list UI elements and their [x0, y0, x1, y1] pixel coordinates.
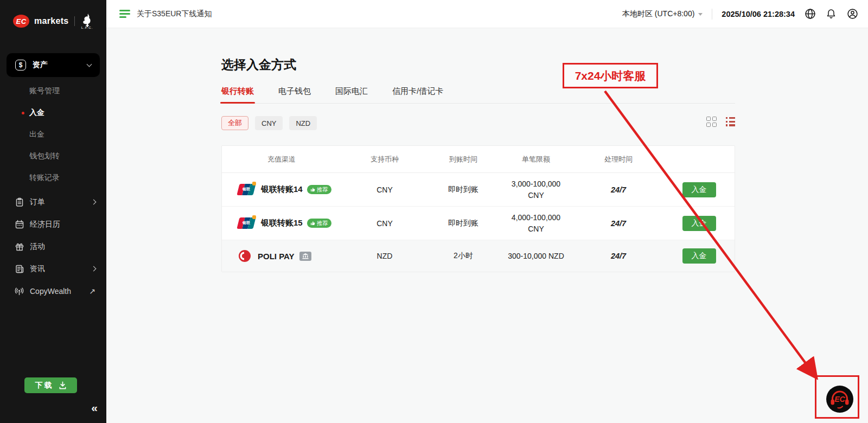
calendar-icon [14, 219, 24, 229]
collapse-sidebar-icon[interactable]: « [91, 401, 98, 414]
sidebar-assets-label: 资产 [33, 60, 48, 70]
header-arrival: 到账时间 [428, 155, 499, 164]
logo-divider [74, 16, 75, 26]
arrival-cell: 即时到账 [428, 219, 499, 228]
download-icon [59, 381, 67, 389]
filter-nzd[interactable]: NZD [289, 116, 317, 130]
limit-cell: 300-10,000 NZD [499, 251, 573, 262]
bank-badge-icon [299, 252, 311, 261]
currency-filter-row: 全部 CNY NZD [221, 116, 735, 130]
sidebar-item-deposit[interactable]: 入金 [0, 102, 106, 124]
topbar-divider [712, 9, 712, 20]
broadcast-icon [14, 286, 24, 296]
gift-icon [14, 241, 24, 252]
sidebar-item-withdraw[interactable]: 出金 [0, 124, 106, 145]
brand-logo[interactable]: EC markets L.F.C. [0, 0, 106, 34]
chat-ec-label: EC [826, 395, 854, 403]
limit-cell: 3,000-100,000 CNY [499, 178, 573, 201]
active-dot [22, 112, 24, 114]
deposit-button[interactable]: 入金 [682, 248, 716, 264]
sidebar-item-promotions[interactable]: 活动 [0, 235, 106, 258]
tab-credit-debit-card[interactable]: 信用卡/借记卡 [392, 86, 443, 103]
lfc-logo: L.F.C. [81, 13, 93, 29]
chevron-right-icon [91, 266, 97, 272]
deposit-channels-table: 充值渠道 支持币种 到账时间 单笔限额 处理时间 银联 银联转账14 推荐 CN… [221, 145, 735, 272]
deposit-button[interactable]: 入金 [682, 182, 716, 197]
user-account-icon[interactable] [846, 8, 858, 20]
hours-cell: 24/7 [573, 219, 663, 228]
notice-link[interactable]: 关于S35EUR下线通知 [137, 9, 212, 19]
liverbird-icon [81, 13, 93, 27]
arrival-cell: 2小时 [428, 251, 499, 261]
sidebar-item-news[interactable]: 资讯 [0, 258, 106, 280]
notice-menu-icon[interactable] [119, 10, 130, 18]
deposit-method-tabs: 银行转账 电子钱包 国际电汇 信用卡/借记卡 [221, 86, 735, 104]
timezone-selector[interactable]: 本地时区 (UTC+8:00) [622, 9, 703, 19]
sidebar-menu: 订单 经济日历 活动 资讯 CopyWealth [0, 191, 106, 302]
channel-name: 银联转账15 [261, 218, 303, 228]
sidebar-item-copywealth[interactable]: CopyWealth ↗ [0, 280, 106, 302]
table-row: 银联 银联转账15 推荐 CNY 即时到账 4,000-100,000 CNY … [222, 207, 735, 240]
list-view-icon[interactable] [726, 117, 735, 126]
sidebar-item-account-management[interactable]: 账号管理 [0, 80, 106, 102]
unionpay-icon: 银联 [238, 217, 254, 229]
deposit-button[interactable]: 入金 [682, 216, 716, 231]
filter-cny[interactable]: CNY [255, 116, 283, 130]
sidebar-item-transfer-records[interactable]: 转账记录 [0, 167, 106, 189]
table-header-row: 充值渠道 支持币种 到账时间 单笔限额 处理时间 [222, 146, 735, 173]
language-globe-icon[interactable] [804, 8, 816, 20]
thumbs-up-icon [310, 221, 315, 226]
sidebar: EC markets L.F.C. $ 资产 账号管理 入金 出金 钱包划转 转… [0, 0, 106, 423]
tab-e-wallet[interactable]: 电子钱包 [278, 86, 311, 103]
chevron-right-icon [91, 200, 97, 205]
datetime-label: 2025/10/06 21:28:34 [722, 10, 795, 18]
header-hours: 处理时间 [573, 155, 663, 164]
grid-view-icon[interactable] [706, 117, 717, 127]
ec-logo: EC [13, 15, 29, 28]
header-currency: 支持币种 [341, 155, 428, 164]
clipboard-icon [14, 197, 24, 207]
hours-cell: 24/7 [573, 185, 663, 194]
channel-name: POLI PAY [258, 252, 295, 261]
channel-name: 银联转账14 [261, 184, 303, 195]
tab-international-wire[interactable]: 国际电汇 [335, 86, 368, 103]
thumbs-up-icon [310, 187, 315, 192]
support-annotation-label: 7x24小时客服 [563, 63, 658, 88]
table-row: POLI PAY NZD 2小时 300-10,000 NZD 24/7 入金 [222, 240, 735, 272]
arrival-cell: 即时到账 [428, 185, 499, 195]
tab-bank-transfer[interactable]: 银行转账 [221, 86, 254, 103]
news-icon [14, 264, 24, 274]
brand-markets-label: markets [34, 16, 68, 26]
sidebar-item-orders[interactable]: 订单 [0, 191, 106, 213]
topbar: 关于S35EUR下线通知 本地时区 (UTC+8:00) 2025/10/06 … [106, 0, 868, 28]
sidebar-item-wallet-transfer[interactable]: 钱包划转 [0, 145, 106, 167]
limit-cell: 4,000-100,000 CNY [499, 212, 573, 235]
recommended-badge: 推荐 [307, 219, 331, 228]
filter-all[interactable]: 全部 [221, 116, 248, 130]
external-link-icon: ↗ [89, 287, 95, 296]
unionpay-icon: 银联 [238, 184, 254, 195]
currency-cell: CNY [341, 185, 428, 194]
lfc-caption: L.F.C. [81, 26, 93, 29]
header-channel: 充值渠道 [222, 155, 341, 164]
support-annotation-frame: EC [815, 375, 859, 419]
customer-service-chat-button[interactable]: EC [826, 385, 854, 413]
poli-pay-icon [238, 249, 251, 262]
notifications-bell-icon[interactable] [825, 8, 837, 20]
sidebar-item-assets[interactable]: $ 资产 [7, 53, 100, 77]
dollar-icon: $ [15, 60, 26, 70]
chevron-down-icon [87, 62, 92, 67]
currency-cell: CNY [341, 219, 428, 228]
recommended-badge: 推荐 [307, 185, 331, 194]
sidebar-item-economic-calendar[interactable]: 经济日历 [0, 213, 106, 235]
caret-down-icon [698, 13, 703, 16]
hours-cell: 24/7 [573, 252, 663, 260]
table-row: 银联 银联转账14 推荐 CNY 即时到账 3,000-100,000 CNY … [222, 173, 735, 207]
assets-submenu: 账号管理 入金 出金 钱包划转 转账记录 [0, 80, 106, 189]
header-limit: 单笔限额 [499, 155, 573, 164]
download-button[interactable]: 下载 [24, 377, 77, 393]
currency-cell: NZD [341, 252, 428, 260]
main-content: 选择入金方式 银行转账 电子钱包 国际电汇 信用卡/借记卡 全部 CNY NZD… [106, 28, 868, 423]
